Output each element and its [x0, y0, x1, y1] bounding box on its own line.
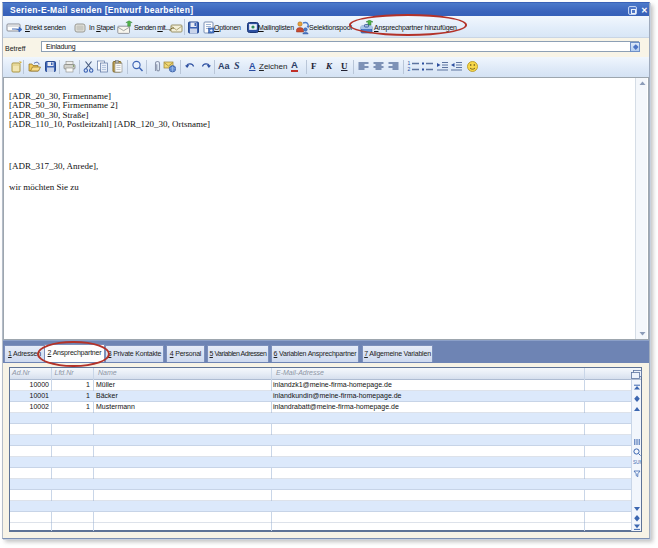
svg-text:SUM: SUM: [633, 460, 641, 465]
svg-text:2: 2: [408, 66, 411, 72]
